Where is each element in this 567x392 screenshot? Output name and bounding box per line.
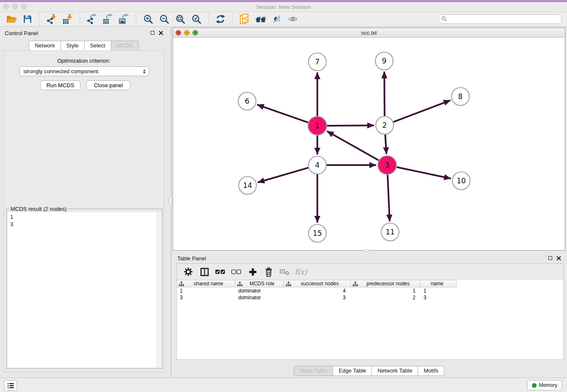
zoom-selected-icon	[191, 14, 201, 24]
zoom-in-icon	[143, 14, 153, 24]
split-panel-button[interactable]	[197, 265, 212, 278]
new-network-from-selection-button[interactable]	[237, 13, 253, 25]
float-panel-icon[interactable]	[548, 256, 552, 260]
memory-label: Memory	[539, 382, 557, 388]
cell-successor-nodes[interactable]: 4	[284, 287, 351, 294]
tab-select[interactable]: Select	[84, 41, 111, 51]
main-toolbar	[0, 12, 567, 27]
column-header-successor-nodes[interactable]: successor nodes	[284, 280, 351, 287]
refresh-view-button[interactable]	[212, 13, 228, 25]
cell-shared-name[interactable]: 3	[177, 294, 235, 301]
panel-divider-grip[interactable]	[168, 197, 172, 204]
create-column-button[interactable]	[245, 265, 260, 278]
criterion-select[interactable]: strongly connected component	[19, 66, 149, 76]
graph-edge-3-10[interactable]	[397, 167, 451, 179]
column-header-predecessor-nodes[interactable]: predecessor nodes	[351, 280, 421, 287]
cell-successor-nodes[interactable]: 3	[284, 294, 351, 301]
cell-predecessor-nodes[interactable]: 2	[351, 294, 421, 301]
export-network-button[interactable]	[84, 13, 100, 25]
plus-icon	[248, 268, 257, 276]
column-header-mcds-role[interactable]: MCDS role	[235, 280, 284, 287]
result-scrollbar[interactable]	[157, 212, 161, 367]
network-window-title: scc.txt	[173, 30, 565, 36]
graph-edge-2-9[interactable]	[384, 72, 385, 116]
graphics-details-button[interactable]	[269, 13, 285, 25]
graph-edge-3-1[interactable]	[327, 131, 379, 160]
graph-edge-4-14[interactable]	[258, 168, 308, 182]
column-header-shared-name[interactable]: shared name	[177, 280, 235, 287]
toolbar-separator	[80, 13, 80, 25]
tab-mcds[interactable]: MCDS	[111, 41, 139, 51]
criterion-value: strongly connected component	[23, 68, 98, 75]
column-tree-icon	[286, 281, 292, 287]
select-all-columns-button[interactable]	[213, 265, 228, 278]
cell-predecessor-nodes[interactable]: 1	[351, 287, 421, 294]
birds-eye-view-button[interactable]	[285, 13, 301, 25]
table-row[interactable]: 3 dominator 3 2 3	[177, 294, 563, 301]
tab-edge-table[interactable]: Edge Table	[333, 366, 372, 376]
graph-edge-1-6[interactable]	[257, 105, 308, 122]
graph-edge-2-3[interactable]	[385, 135, 386, 154]
memory-status-dot-icon	[532, 383, 537, 388]
table-panel-tabs: Node Table Edge Table Network Table Moti…	[173, 366, 565, 376]
tab-node-table[interactable]: Node Table	[294, 366, 333, 376]
open-folder-icon	[6, 14, 17, 24]
cell-mcds-role[interactable]: dominator	[235, 294, 284, 301]
graph-node-label-4: 4	[315, 161, 320, 169]
zoom-selected-button[interactable]	[188, 13, 204, 25]
graph-edge-3-11[interactable]	[388, 175, 390, 221]
graph-node-label-6: 6	[245, 97, 250, 105]
graphics-details-icon	[271, 14, 282, 24]
app-titlebar: Session: New Session	[0, 2, 567, 12]
graph-node-label-9: 9	[382, 57, 387, 65]
graph-edge-1-2[interactable]	[327, 125, 374, 126]
float-panel-icon[interactable]	[151, 31, 154, 35]
delete-table-button[interactable]	[278, 265, 292, 278]
import-table-button[interactable]	[60, 13, 76, 25]
cell-name[interactable]: 3	[421, 294, 457, 301]
list-icon	[7, 382, 14, 389]
memory-button[interactable]: Memory	[527, 380, 562, 390]
graph-node-label-1: 1	[315, 121, 320, 130]
tab-motifs[interactable]: Motifs	[418, 366, 444, 376]
table-panel: Table Panel	[173, 252, 565, 377]
delete-columns-button[interactable]	[261, 265, 276, 278]
table-toolbar: f(x)	[177, 264, 563, 280]
close-panel-icon[interactable]	[556, 256, 561, 260]
task-history-button[interactable]	[4, 380, 17, 391]
zoom-fit-content-button[interactable]	[172, 13, 188, 25]
network-document-icon	[239, 14, 250, 25]
import-network-button[interactable]	[44, 13, 60, 25]
cell-shared-name[interactable]: 1	[177, 287, 235, 294]
tab-network[interactable]: Network	[29, 41, 61, 51]
home-button[interactable]	[253, 13, 269, 25]
network-graph[interactable]: 7968124314101511	[173, 38, 565, 250]
cell-mcds-role[interactable]: dominator	[235, 287, 284, 294]
search-input[interactable]	[438, 14, 562, 24]
mcds-result-area[interactable]: 1 3	[8, 212, 161, 367]
tab-network-table[interactable]: Network Table	[372, 366, 418, 376]
export-image-button[interactable]	[116, 13, 132, 25]
control-panel: Control Panel Network Style Select MCDS …	[0, 27, 168, 378]
zoom-in-button[interactable]	[140, 13, 156, 25]
export-table-button[interactable]	[100, 13, 116, 25]
table-header-row: shared name MCDS role successor nodes pr…	[177, 280, 563, 287]
function-builder-button[interactable]: f(x)	[294, 265, 308, 278]
unselect-all-columns-button[interactable]	[229, 265, 244, 278]
save-session-button[interactable]	[19, 13, 36, 25]
close-panel-button[interactable]: Close panel	[86, 80, 130, 90]
open-session-button[interactable]	[3, 13, 19, 25]
refresh-icon	[215, 14, 226, 24]
close-panel-icon[interactable]	[159, 30, 163, 35]
cell-name[interactable]: 1	[421, 287, 457, 294]
column-header-name[interactable]: name	[421, 280, 457, 287]
column-label: successor nodes	[292, 281, 350, 287]
graph-edge-2-8[interactable]	[394, 100, 451, 122]
control-panel-title: Control Panel	[5, 30, 38, 36]
table-settings-button[interactable]	[181, 265, 195, 278]
run-mcds-button[interactable]: Run MCDS	[40, 80, 80, 90]
tab-style[interactable]: Style	[61, 41, 85, 51]
table-row[interactable]: 1 dominator 4 1 1	[177, 287, 563, 294]
network-canvas[interactable]: 7968124314101511	[173, 38, 565, 250]
zoom-out-button[interactable]	[156, 13, 172, 25]
